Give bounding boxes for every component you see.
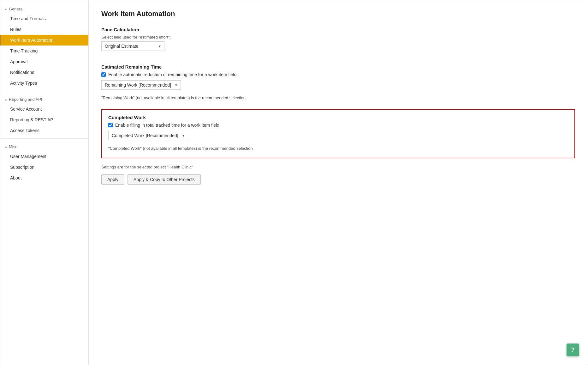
sidebar-item-time-tracking[interactable]: Time Tracking <box>0 46 88 56</box>
sidebar-section-misc[interactable]: ∧Misc <box>0 141 88 151</box>
sidebar-item-about[interactable]: About <box>0 173 88 183</box>
action-buttons: Apply Apply & Copy to Other Projects <box>101 174 575 185</box>
sidebar-section-label-reporting-and-api: Reporting and API <box>9 97 42 102</box>
sidebar-item-notifications[interactable]: Notifications <box>0 67 88 78</box>
sidebar-section-label-misc: Misc <box>9 144 17 149</box>
estimated-remaining-time-title: Estimated Remaining Time <box>101 64 575 70</box>
pace-calculation-dropdown[interactable]: Original EstimateStory PointsCustom Fiel… <box>101 41 164 51</box>
chevron-general-icon: ∧ <box>5 7 7 11</box>
sidebar-divider-0 <box>0 91 88 91</box>
chevron-reporting-and-api-icon: ∧ <box>5 98 7 101</box>
project-note: Settings are for the selected project "H… <box>101 165 575 169</box>
completed-work-dropdown[interactable]: Completed Work [Recommended]Custom Field… <box>108 131 188 140</box>
sidebar-item-rules[interactable]: Rules <box>0 24 88 35</box>
completed-work-checkbox[interactable] <box>108 123 113 127</box>
sidebar-section-general[interactable]: ∧General <box>0 3 88 13</box>
sidebar-item-time-and-formats[interactable]: Time and Formats <box>0 13 88 24</box>
pace-calculation-section: Pace Calculation Select field used for "… <box>101 27 575 55</box>
sidebar: ∧GeneralTime and FormatsRulesWork Item A… <box>0 0 89 365</box>
page-title: Work Item Automation <box>101 10 575 18</box>
estimated-remaining-time-checkbox-label: Enable automatic reduction of remaining … <box>108 72 236 77</box>
estimated-remaining-time-checkbox-row: Enable automatic reduction of remaining … <box>101 72 575 77</box>
completed-work-checkbox-label: Enable filling in total tracked time for… <box>115 123 219 128</box>
estimated-remaining-time-section: Estimated Remaining Time Enable automati… <box>101 64 575 100</box>
apply-copy-button[interactable]: Apply & Copy to Other Projects <box>128 174 201 185</box>
sidebar-item-subscription[interactable]: Subscription <box>0 162 88 173</box>
sidebar-section-reporting-and-api[interactable]: ∧Reporting and API <box>0 94 88 104</box>
sidebar-section-label-general: General <box>9 7 23 11</box>
completed-work-title: Completed Work <box>108 115 568 120</box>
sidebar-item-reporting-rest-api[interactable]: Reporting & REST API <box>0 114 88 125</box>
completed-work-section: Completed Work Enable filling in total t… <box>101 109 575 158</box>
estimated-remaining-time-dropdown[interactable]: Remaining Work [Recommended]Custom Field… <box>101 80 181 90</box>
help-icon: ? <box>571 347 575 353</box>
sidebar-divider-1 <box>0 138 88 139</box>
sidebar-item-activity-types[interactable]: Activity Types <box>0 78 88 88</box>
completed-work-info: "Completed Work" (not available in all t… <box>108 146 568 151</box>
sidebar-item-work-item-automation[interactable]: Work Item Automation <box>0 35 88 46</box>
pace-calculation-field-label: Select field used for "estimated effort"… <box>101 35 575 40</box>
sidebar-item-user-management[interactable]: User Management <box>0 151 88 162</box>
help-button[interactable]: ? <box>567 344 579 356</box>
completed-work-select-wrapper: Completed Work [Recommended]Custom Field… <box>108 131 188 140</box>
pace-calculation-title: Pace Calculation <box>101 27 575 32</box>
estimated-remaining-time-select-wrapper: Remaining Work [Recommended]Custom Field… <box>101 80 181 90</box>
apply-button[interactable]: Apply <box>101 174 124 185</box>
estimated-remaining-time-checkbox[interactable] <box>101 72 106 77</box>
sidebar-item-approval[interactable]: Approval <box>0 56 88 67</box>
completed-work-checkbox-row: Enable filling in total tracked time for… <box>108 123 568 128</box>
sidebar-item-service-account[interactable]: Service Account <box>0 104 88 114</box>
main-content: Work Item Automation Pace Calculation Se… <box>89 0 588 365</box>
estimated-remaining-time-info: "Remaining Work" (not available in all t… <box>101 95 575 100</box>
pace-calculation-select-wrapper: Original EstimateStory PointsCustom Fiel… <box>101 41 164 51</box>
chevron-misc-icon: ∧ <box>5 145 7 149</box>
sidebar-item-access-tokens[interactable]: Access Tokens <box>0 125 88 136</box>
